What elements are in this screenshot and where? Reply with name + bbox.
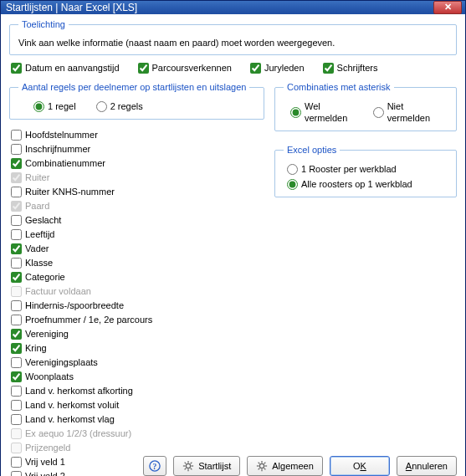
chk-schrijfters-input[interactable] xyxy=(323,63,334,74)
rad-excel-all[interactable]: Alle roosters op 1 werkblad xyxy=(287,178,448,190)
field-chk[interactable]: Vereniging xyxy=(11,327,264,340)
chk-jury[interactable]: Juryleden xyxy=(250,62,305,74)
chk-jury-input[interactable] xyxy=(250,63,261,74)
cancel-label: Annuleren xyxy=(406,461,448,471)
field-chk[interactable]: Inschrijfnummer xyxy=(11,142,264,156)
field-chk-input[interactable] xyxy=(11,158,22,169)
rad-1regel[interactable]: 1 regel xyxy=(33,100,76,112)
field-chk-label: Inschrijfnummer xyxy=(25,143,90,155)
field-chk-label: Ex aequo 1/2/3 (dressuur) xyxy=(25,427,131,439)
field-chk-input[interactable] xyxy=(11,329,22,340)
field-chk: Prijzengeld xyxy=(11,441,264,454)
field-chk[interactable]: Land v. herkomst afkorting xyxy=(11,384,264,397)
field-chk-input xyxy=(11,172,22,183)
gear-icon xyxy=(182,460,194,472)
rad-niet-label: Niet vermelden xyxy=(387,100,441,124)
field-chk[interactable]: Woonplaats xyxy=(11,370,264,383)
field-chk-input[interactable] xyxy=(11,187,22,197)
chk-datum[interactable]: Datum en aanvangstijd xyxy=(11,62,120,74)
chk-datum-label: Datum en aanvangstijd xyxy=(25,62,120,74)
chk-schrijfters[interactable]: Schrijfters xyxy=(323,62,378,74)
svg-line-10 xyxy=(191,463,192,464)
field-chk[interactable]: Proefnummer / 1e, 2e parcours xyxy=(11,313,264,326)
field-chk-label: Vader xyxy=(25,243,49,254)
right-column: Combinaties met asterisk Wel vermelden N… xyxy=(274,82,457,204)
field-chk[interactable]: Klasse xyxy=(11,256,264,269)
field-chk: Ruiter xyxy=(11,171,264,184)
field-chk[interactable]: Leeftijd xyxy=(11,228,264,241)
algemeen-label: Algemeen xyxy=(272,461,314,471)
field-chk[interactable]: Combinatienummer xyxy=(11,156,264,170)
field-chk[interactable]: Land v. herkomst voluit xyxy=(11,398,264,412)
field-chk-label: Geslacht xyxy=(25,214,61,226)
rad-excel-per[interactable]: 1 Rooster per werkblad xyxy=(287,163,448,175)
field-chk-input[interactable] xyxy=(11,386,22,397)
field-chk-label: Hoofdstelnummer xyxy=(25,129,98,141)
svg-line-9 xyxy=(185,468,187,470)
rad-excel-all-input[interactable] xyxy=(287,179,298,190)
field-chk[interactable]: Categorie xyxy=(11,270,264,284)
chk-parcours-input[interactable] xyxy=(138,63,149,74)
field-chk[interactable]: Ruiter KNHS-nummer xyxy=(11,185,264,198)
field-chk-input[interactable] xyxy=(11,343,22,354)
field-chk[interactable]: Verenigingsplaats xyxy=(11,356,264,369)
rad-wel[interactable]: Wel vermelden xyxy=(290,100,358,124)
field-chk[interactable]: Land v. herkomst vlag xyxy=(11,412,264,426)
rad-wel-label: Wel vermelden xyxy=(305,100,358,124)
field-chk-input[interactable] xyxy=(11,315,22,325)
ok-button[interactable]: OK xyxy=(330,456,390,476)
field-chk-label: Verenigingsplaats xyxy=(25,356,98,368)
chk-datum-input[interactable] xyxy=(11,63,22,74)
field-chk-label: Ruiter xyxy=(25,171,49,183)
field-chk-input[interactable] xyxy=(11,300,22,311)
rad-niet-input[interactable] xyxy=(373,107,384,118)
field-chk-input xyxy=(11,201,22,212)
rad-1regel-input[interactable] xyxy=(33,101,44,112)
field-chk-input[interactable] xyxy=(11,243,22,254)
field-chk[interactable]: Vader xyxy=(11,242,264,255)
field-chk-input[interactable] xyxy=(11,144,22,155)
rad-2regels[interactable]: 2 regels xyxy=(96,100,143,112)
group-toelichting: Toelichting Vink aan welke informatie (n… xyxy=(9,19,457,55)
startlijst-label: Startlijst xyxy=(198,461,231,471)
field-chk-input xyxy=(11,428,22,439)
field-chk-input[interactable] xyxy=(11,272,22,283)
field-chk-input[interactable] xyxy=(11,371,22,382)
regels-row: 1 regel 2 regels xyxy=(18,100,255,112)
field-chk-input[interactable] xyxy=(11,357,22,368)
field-chk[interactable]: Hindernis-/spoorbreedte xyxy=(11,299,264,312)
columns: Aantal regels per deelnemer op startlijs… xyxy=(9,82,457,476)
field-chk-input[interactable] xyxy=(11,215,22,226)
field-chk-input[interactable] xyxy=(11,414,22,425)
chk-jury-label: Juryleden xyxy=(264,62,305,74)
field-chk-input[interactable] xyxy=(11,229,22,240)
field-chk-input[interactable] xyxy=(11,130,22,141)
rad-2regels-input[interactable] xyxy=(96,101,107,112)
field-chk-label: Kring xyxy=(25,342,47,354)
field-chk[interactable]: Hoofdstelnummer xyxy=(11,128,264,141)
rad-2regels-label: 2 regels xyxy=(110,100,143,112)
button-bar: ? Startlijst Algemeen OK Annuleren xyxy=(1,456,465,476)
field-checklist: HoofdstelnummerInschrijfnummerCombinatie… xyxy=(11,128,264,476)
rad-niet[interactable]: Niet vermelden xyxy=(373,100,441,124)
dialog-window: Startlijsten | Naar Excel [XLS] ✕ Toelic… xyxy=(0,0,466,476)
close-button[interactable]: ✕ xyxy=(433,1,462,14)
algemeen-button[interactable]: Algemeen xyxy=(247,456,323,476)
field-chk-input[interactable] xyxy=(11,258,22,269)
chk-parcours-label: Parcoursverkennen xyxy=(152,62,232,74)
field-chk-input[interactable] xyxy=(11,400,22,411)
field-chk[interactable]: Geslacht xyxy=(11,213,264,227)
startlijst-button[interactable]: Startlijst xyxy=(173,456,240,476)
help-button[interactable]: ? xyxy=(143,456,166,476)
legend-toelichting: Toelichting xyxy=(18,19,69,29)
rad-wel-input[interactable] xyxy=(290,107,301,118)
group-asterisk: Combinaties met asterisk Wel vermelden N… xyxy=(274,82,457,131)
rad-excel-per-label: 1 Rooster per werkblad xyxy=(301,163,397,175)
svg-line-17 xyxy=(264,468,266,470)
legend-asterisk: Combinaties met asterisk xyxy=(284,82,394,92)
cancel-button[interactable]: Annuleren xyxy=(397,456,457,476)
field-chk[interactable]: Kring xyxy=(11,341,264,355)
rad-excel-per-input[interactable] xyxy=(287,164,298,175)
field-chk: Ex aequo 1/2/3 (dressuur) xyxy=(11,427,264,440)
chk-parcours[interactable]: Parcoursverkennen xyxy=(138,62,232,74)
